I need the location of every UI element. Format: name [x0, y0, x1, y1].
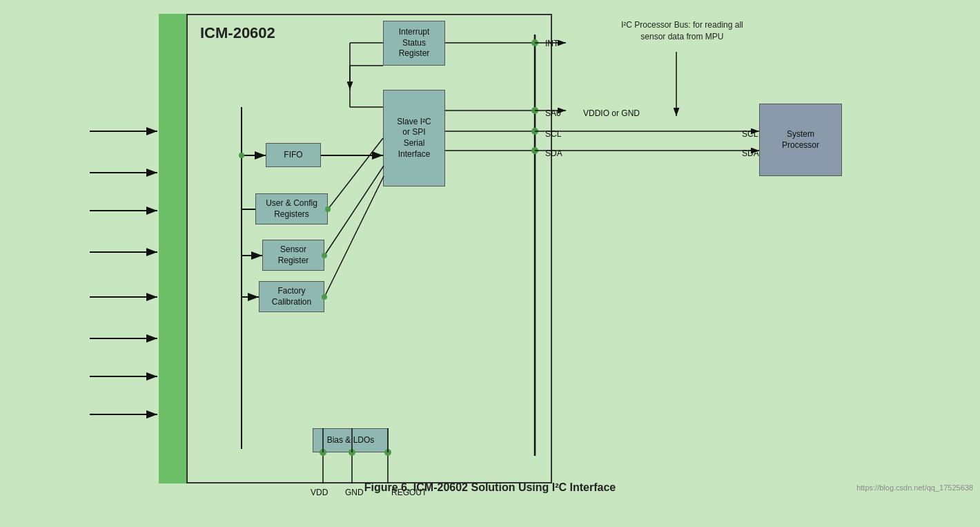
- label-sda-right: SDA: [742, 148, 759, 158]
- label-int: INT: [545, 39, 558, 48]
- watermark: https://blog.csdn.net/qq_17525638: [856, 483, 973, 492]
- label-scl: SCL: [545, 129, 561, 139]
- diagram-container: ICM-20602 InterruptStatusRegister Slave …: [0, 0, 980, 497]
- green-bar: [159, 14, 188, 483]
- block-system-processor: SystemProcessor: [759, 104, 842, 176]
- label-vddio-gnd: VDDIO or GND: [583, 108, 640, 118]
- block-fifo: FIFO: [266, 143, 321, 167]
- block-interrupt-status-register: InterruptStatusRegister: [383, 21, 445, 66]
- block-bias-ldos: Bias & LDOs: [313, 428, 389, 452]
- annotation-i2c-bus: I²C Processor Bus: for reading allsensor…: [621, 19, 743, 43]
- block-sensor-register: SensorRegister: [262, 240, 324, 271]
- block-factory-calibration: FactoryCalibration: [259, 281, 324, 312]
- block-slave-spi: Slave I²Cor SPISerialInterface: [383, 90, 445, 186]
- figure-caption: Figure 6. ICM-20602 Solution Using I²C I…: [0, 481, 980, 494]
- block-user-config-registers: User & ConfigRegisters: [255, 193, 328, 224]
- label-sa0: SA0: [545, 108, 561, 118]
- icm-boundary: [186, 14, 552, 483]
- label-sda: SDA: [545, 148, 562, 158]
- label-scl-right: SCL: [742, 129, 758, 139]
- icm-title: ICM-20602: [200, 24, 275, 42]
